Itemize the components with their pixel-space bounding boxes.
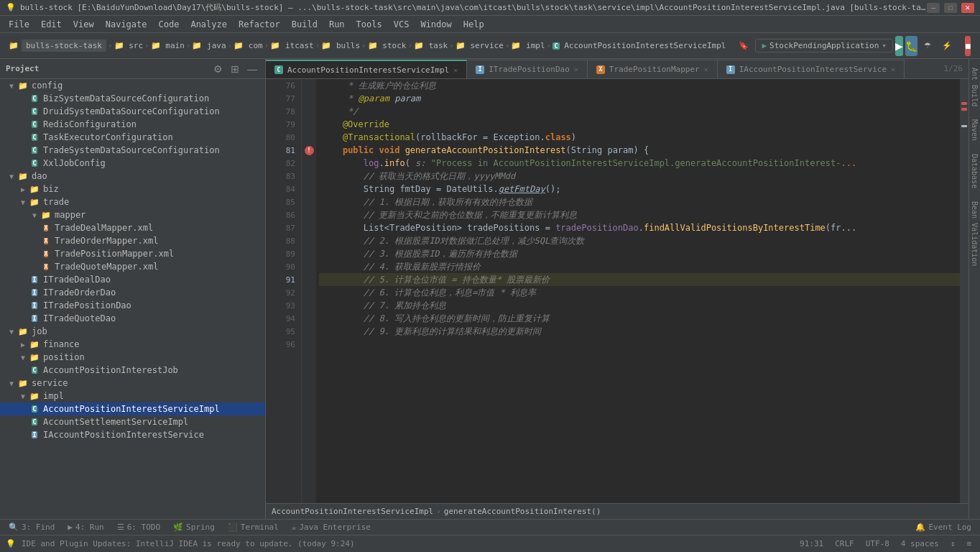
code-line-78[interactable]: */	[319, 105, 960, 118]
tree-item-impl[interactable]: ▼ 📁 impl	[0, 390, 265, 402]
cursor-position[interactable]: 91:31	[797, 539, 826, 548]
code-line-96[interactable]	[319, 338, 960, 351]
code-line-79[interactable]: @Override	[319, 118, 960, 131]
tab-close-button[interactable]: ✕	[453, 66, 458, 74]
tree-item-biz[interactable]: ▶ 📁 biz	[0, 183, 265, 196]
breadcrumb-main[interactable]: 📁 main	[151, 41, 185, 50]
tree-item-dao[interactable]: ▼ 📁 dao	[0, 170, 265, 183]
bean-validation-panel[interactable]: Bean Validation	[969, 196, 980, 272]
tab-close-button[interactable]: ✕	[704, 65, 708, 73]
tree-item-bizsystem[interactable]: C BizSystemDataSourceConfiguration	[0, 92, 265, 105]
breadcrumb-service[interactable]: 📁 service	[456, 41, 504, 50]
tree-item-accountsettlementserviceimpl[interactable]: C AccountSettlementServiceImpl	[0, 415, 265, 428]
close-button[interactable]: ✕	[961, 3, 974, 13]
spring-tab[interactable]: 🌿 Spring	[167, 520, 221, 535]
sidebar-minimize-button[interactable]: —	[245, 62, 259, 76]
stop-button[interactable]: ■	[965, 36, 971, 56]
tree-item-redis[interactable]: C RedisConfiguration	[0, 118, 265, 131]
column-select-button[interactable]: ≡	[963, 539, 974, 548]
maven-panel[interactable]: Maven	[969, 114, 980, 147]
tree-item-druid[interactable]: C DruidSystemDataSourceConfiguration	[0, 105, 265, 118]
code-line-85[interactable]: // 1. 根据日期，获取所有有效的持仓数据	[319, 196, 960, 208]
tree-item-tradeorder-xml[interactable]: X TradeOrderMapper.xml	[0, 234, 265, 247]
line-ending[interactable]: CRLF	[832, 539, 857, 548]
sidebar-layout-button[interactable]: ⊞	[228, 62, 242, 76]
tab-account-position-service-impl[interactable]: C AccountPositionInterestServiceImpl ✕	[266, 60, 467, 78]
tab-itradepositiondao[interactable]: I ITradePositionDao ✕	[467, 60, 588, 78]
tree-item-service[interactable]: ▼ 📁 service	[0, 377, 265, 390]
code-line-80[interactable]: @Transactional(rollbackFor = Exception.c…	[319, 131, 960, 144]
menu-analyze[interactable]: Analyze	[185, 18, 233, 31]
menu-view[interactable]: View	[68, 18, 100, 31]
coverage-button[interactable]: ☂	[920, 36, 935, 56]
indent-setting[interactable]: 4 spaces	[898, 539, 942, 548]
tree-item-position[interactable]: ▼ 📁 position	[0, 351, 265, 364]
tree-item-job[interactable]: ▼ 📁 job	[0, 325, 265, 338]
breadcrumb-stock[interactable]: 📁 stock	[368, 41, 407, 50]
tree-item-xxljob[interactable]: C XxlJobConfig	[0, 157, 265, 170]
code-line-86[interactable]: // 更新当天和之前的仓位数据，不能重复更新计算利息	[319, 208, 960, 221]
menu-build[interactable]: Build	[286, 18, 323, 31]
tree-item-finance[interactable]: ▶ 📁 finance	[0, 338, 265, 351]
menu-refactor[interactable]: Refactor	[233, 18, 286, 31]
sidebar-settings-button[interactable]: ⚙	[211, 62, 225, 76]
code-line-94[interactable]: // 8. 写入持仓利息的更新时间，防止重复计算	[319, 312, 960, 325]
tree-item-accountpositioninterestserviceimpl[interactable]: C AccountPositionInterestServiceImpl	[0, 402, 265, 415]
code-content[interactable]: * 生成账户的仓位利息 * @param param */ @Override	[316, 79, 960, 503]
tab-close-button[interactable]: ✕	[574, 65, 578, 73]
encoding[interactable]: UTF-8	[863, 539, 892, 548]
run-button[interactable]: ▶	[895, 36, 903, 56]
menu-edit[interactable]: Edit	[35, 18, 68, 31]
tree-item-itradepositiondao[interactable]: I ITradePositionDao	[0, 299, 265, 312]
code-line-87[interactable]: List<TradePosition> tradePositions = tra…	[319, 221, 960, 234]
breadcrumb-bulls-stock-task[interactable]: 📁	[9, 41, 19, 50]
code-line-77[interactable]: * @param param	[319, 92, 960, 105]
menu-run[interactable]: Run	[323, 18, 351, 31]
tree-item-tradeposition-xml[interactable]: X TradePositionMapper.xml	[0, 247, 265, 260]
java-enterprise-tab[interactable]: ☕ Java Enterprise	[286, 520, 376, 535]
code-line-84[interactable]: String fmtDay = DateUtils.getFmtDay();	[319, 183, 960, 196]
breadcrumb-class[interactable]: AccountPositionInterestServiceImpl	[272, 507, 433, 516]
menu-code[interactable]: Code	[153, 18, 185, 31]
tree-item-tradedeal-xml[interactable]: X TradeDealMapper.xml	[0, 221, 265, 234]
tree-item-tradesystem[interactable]: C TradeSystemDataSourceConfiguration	[0, 144, 265, 157]
database-panel[interactable]: Database	[969, 148, 980, 194]
menu-window[interactable]: Window	[415, 18, 457, 31]
breadcrumb-com[interactable]: 📁 com	[234, 41, 263, 50]
todo-tab[interactable]: ☰ 6: TODO	[111, 520, 166, 535]
code-line-90[interactable]: // 4. 获取最新股票行情报价	[319, 260, 960, 273]
tab-iaccountpositioninterestservice[interactable]: I IAccountPositionInterestService ✕	[718, 60, 905, 78]
code-line-82[interactable]: log.info( s: "Process in AccountPosition…	[319, 157, 960, 170]
code-line-89[interactable]: // 3. 根据股票ID，遍历所有持仓数据	[319, 247, 960, 260]
breadcrumb-impl[interactable]: 📁 impl	[511, 41, 545, 50]
run-tab[interactable]: ▶ 4: Run	[62, 520, 109, 535]
breadcrumb-java[interactable]: 📁 java	[192, 41, 226, 50]
code-line-95[interactable]: // 9. 更新利息的计算结果和利息的更新时间	[319, 325, 960, 338]
code-line-88[interactable]: // 2. 根据股票ID对数据做汇总处理，减少SQL查询次数	[319, 234, 960, 247]
bookmark-button[interactable]: 🔖	[734, 36, 753, 56]
code-line-81[interactable]: public void generateAccountPositionInter…	[319, 144, 960, 157]
tree-item-trade[interactable]: ▼ 📁 trade	[0, 196, 265, 208]
breadcrumb-file[interactable]: C AccountPositionInterestServiceImpl	[553, 41, 726, 50]
tree-item-iaccountpositioninterestservice[interactable]: I IAccountPositionInterestService	[0, 428, 265, 441]
tab-tradepositionmapper[interactable]: X TradePositionMapper ✕	[588, 60, 718, 78]
breadcrumb-task[interactable]: 📁 task	[414, 41, 448, 50]
breadcrumb-src[interactable]: 📁 src	[114, 41, 144, 50]
tab-close-button[interactable]: ✕	[891, 65, 895, 73]
tree-item-itradequotedao[interactable]: I ITradeQuoteDao	[0, 312, 265, 325]
code-line-92[interactable]: // 6. 计算仓位利息，利息=市值 * 利息率	[319, 286, 960, 299]
menu-tools[interactable]: Tools	[351, 18, 388, 31]
tree-item-tradequote-xml[interactable]: X TradeQuoteMapper.xml	[0, 260, 265, 273]
tree-item-taskexec[interactable]: C TaskExecutorConfiguration	[0, 131, 265, 144]
code-line-93[interactable]: // 7. 累加持仓利息	[319, 299, 960, 312]
tree-item-mapper[interactable]: ▼ 📁 mapper	[0, 208, 265, 221]
profile-button[interactable]: ⚡	[938, 36, 956, 56]
debug-button[interactable]: 🐛	[905, 36, 917, 56]
ant-build-panel[interactable]: Ant Build	[969, 62, 980, 112]
breadcrumb-method[interactable]: generateAccountPositionInterest()	[444, 507, 601, 516]
code-line-83[interactable]: // 获取当天的格式化日期，yyyyMMdd	[319, 170, 960, 183]
breadcrumb-itcast[interactable]: 📁 itcast	[270, 41, 313, 50]
code-editor[interactable]: 76 77 78 79 80 81 82 83 84 85 86 87 88 8…	[266, 79, 969, 503]
event-log[interactable]: 🔔 Event Log	[910, 520, 977, 535]
breadcrumb-bulls[interactable]: 📁 bulls	[321, 41, 360, 50]
